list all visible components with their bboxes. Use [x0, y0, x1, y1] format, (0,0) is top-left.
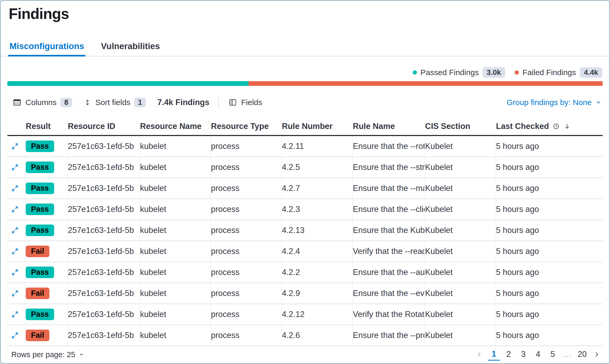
expand-icon: [11, 226, 19, 235]
cell-rule-name: Verify that the RotateKubeletServerCerti…: [353, 304, 425, 325]
table-row: Pass 257e1c63-1efd-5b kubelet process 4.…: [7, 136, 603, 157]
sort-fields-button[interactable]: Sort fields 1: [84, 98, 146, 107]
result-badge: Pass: [26, 204, 54, 215]
rows-per-page-label: Rows per page: 25: [11, 350, 75, 359]
expand-row-button[interactable]: [7, 241, 26, 262]
expand-icon: [11, 205, 19, 214]
failed-count-badge: 4.4k: [580, 67, 603, 78]
expand-row-button[interactable]: [7, 304, 26, 325]
tab-misconfigurations[interactable]: Misconfigurations: [9, 41, 84, 56]
page-title: Findings: [9, 5, 609, 22]
cell-rule-number: 4.2.5: [282, 157, 353, 178]
next-page-button[interactable]: [591, 351, 602, 358]
pagination-page-5[interactable]: 5: [547, 349, 559, 360]
table-row: Pass 257e1c63-1efd-5b kubelet process 4.…: [7, 199, 603, 220]
cell-resource-id: 257e1c63-1efd-5b: [68, 199, 140, 220]
header-rule-name[interactable]: Rule Name: [353, 122, 425, 131]
cell-resource-type: process: [211, 178, 282, 199]
legend-failed: Failed Findings 4.4k: [515, 67, 602, 78]
header-result[interactable]: Result: [26, 122, 68, 131]
cell-result: Pass: [26, 262, 68, 283]
cell-rule-number: 4.2.3: [282, 199, 353, 220]
result-badge: Pass: [26, 225, 54, 236]
expand-row-button[interactable]: [7, 220, 26, 241]
cell-resource-id: 257e1c63-1efd-5b: [68, 262, 140, 283]
result-badge: Pass: [26, 141, 54, 152]
cell-rule-number: 4.2.13: [282, 220, 353, 241]
table-row: Pass 257e1c63-1efd-5b kubelet process 4.…: [7, 220, 603, 241]
expand-icon: [11, 289, 19, 298]
page-header: Findings: [1, 1, 609, 40]
table-header-row: Result Resource ID Resource Name Resourc…: [7, 117, 603, 136]
cell-rule-number: 4.2.2: [282, 262, 353, 283]
findings-page: Findings Misconfigurations Vulnerabiliti…: [0, 0, 610, 364]
toolbar-divider: [218, 97, 219, 107]
distribution-failed-segment: [249, 81, 603, 86]
fields-button[interactable]: Fields: [228, 98, 262, 107]
pagination-page-2[interactable]: 2: [503, 349, 515, 360]
pagination-page-1[interactable]: 1: [488, 349, 500, 361]
cell-cis-section: Kubelet: [425, 262, 496, 283]
expand-row-button[interactable]: [7, 262, 26, 283]
cell-resource-id: 257e1c63-1efd-5b: [68, 220, 140, 241]
findings-total-count: 7.4k Findings: [157, 98, 209, 107]
columns-label: Columns: [25, 98, 56, 107]
expand-row-button[interactable]: [7, 199, 26, 220]
header-last-checked[interactable]: Last Checked: [496, 122, 603, 131]
table-row: Fail 257e1c63-1efd-5b kubelet process 4.…: [7, 283, 603, 304]
cell-cis-section: Kubelet: [425, 199, 496, 220]
passed-label: Passed Findings: [421, 68, 479, 77]
table-toolbar: Columns 8 Sort fields 1 7.4k Findings: [1, 96, 609, 108]
pagination-page-4[interactable]: 4: [532, 349, 544, 360]
sort-updown-icon: [84, 98, 91, 106]
result-badge: Fail: [26, 246, 49, 257]
cell-result: Pass: [26, 220, 68, 241]
cell-resource-name: kubelet: [140, 283, 211, 304]
cell-resource-name: kubelet: [140, 241, 211, 262]
cell-resource-id: 257e1c63-1efd-5b: [68, 178, 140, 199]
pagination-page-3[interactable]: 3: [517, 349, 529, 360]
cell-resource-id: 257e1c63-1efd-5b: [68, 157, 140, 178]
cell-resource-type: process: [211, 157, 282, 178]
columns-button[interactable]: Columns 8: [13, 98, 72, 107]
expand-row-button[interactable]: [7, 178, 26, 199]
rows-per-page-button[interactable]: Rows per page: 25: [11, 350, 85, 359]
expand-row-button[interactable]: [7, 157, 26, 178]
table-body: Pass 257e1c63-1efd-5b kubelet process 4.…: [7, 136, 603, 346]
cell-last-checked: 5 hours ago: [496, 220, 603, 241]
header-resource-id[interactable]: Resource ID: [68, 122, 140, 131]
cell-resource-type: process: [211, 304, 282, 325]
pagination-page-20[interactable]: 20: [576, 349, 588, 360]
tab-vulnerabilities[interactable]: Vulnerabilities: [101, 41, 160, 56]
table-row: Fail 257e1c63-1efd-5b kubelet process 4.…: [7, 325, 603, 346]
columns-grid-icon: [13, 98, 22, 107]
group-findings-by-button[interactable]: Group findings by: None: [506, 98, 602, 107]
cell-last-checked: 5 hours ago: [496, 157, 603, 178]
header-cis-section[interactable]: CIS Section: [425, 122, 496, 131]
cell-last-checked: 5 hours ago: [496, 241, 603, 262]
expand-icon: [11, 184, 19, 193]
cell-result: Fail: [26, 325, 68, 346]
cell-rule-name: Ensure that the --event-qps argument is …: [353, 283, 425, 304]
pagination: 12345…20: [474, 349, 602, 361]
header-resource-name[interactable]: Resource Name: [140, 122, 211, 131]
passed-dot-icon: [413, 70, 417, 75]
pagination-ellipsis: …: [561, 349, 573, 360]
expand-row-button[interactable]: [7, 325, 26, 346]
result-badge: Fail: [26, 330, 49, 341]
cell-result: Pass: [26, 178, 68, 199]
header-resource-type[interactable]: Resource Type: [211, 122, 282, 131]
previous-page-button[interactable]: [474, 351, 485, 358]
cell-rule-number: 4.2.4: [282, 241, 353, 262]
cell-rule-number: 4.2.7: [282, 178, 353, 199]
header-rule-number[interactable]: Rule Number: [282, 122, 353, 131]
cell-resource-id: 257e1c63-1efd-5b: [68, 304, 140, 325]
cell-rule-name: Ensure that the --streaming-connection-i…: [353, 157, 425, 178]
failed-dot-icon: [515, 70, 519, 75]
result-badge: Pass: [26, 183, 54, 194]
cell-resource-name: kubelet: [140, 136, 211, 157]
expand-row-button[interactable]: [7, 136, 26, 157]
cell-last-checked: 5 hours ago: [496, 178, 603, 199]
expand-row-button[interactable]: [7, 283, 26, 304]
cell-rule-name: Ensure that the --protect-kernel-default…: [353, 325, 425, 346]
